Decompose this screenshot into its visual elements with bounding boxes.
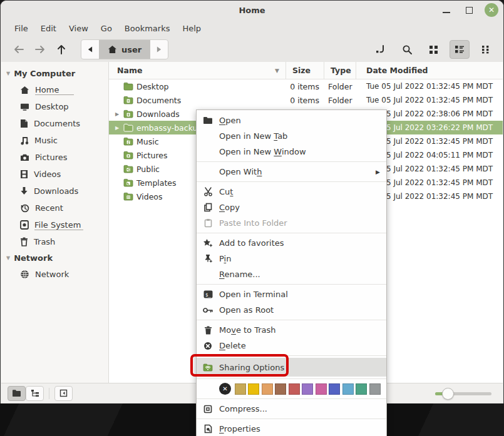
breadcrumb-prev-button[interactable] <box>81 40 99 59</box>
recent-icon <box>20 203 29 213</box>
sidebar-item-desktop[interactable]: Desktop <box>1 98 108 115</box>
video-icon <box>20 170 28 179</box>
chevron-left-icon <box>88 46 93 53</box>
window-controls: ✕ <box>440 1 498 19</box>
sidebar-item-network[interactable]: Network <box>1 266 108 283</box>
menu-item-cut[interactable]: Cut <box>197 184 386 200</box>
list-view-icon <box>455 45 465 54</box>
search-button[interactable] <box>397 40 417 59</box>
statusbar-divider <box>49 388 49 399</box>
back-button[interactable] <box>8 40 29 59</box>
close-button[interactable]: ✕ <box>485 3 498 17</box>
trash-icon <box>204 326 212 335</box>
toolbar: user <box>1 37 503 62</box>
sidebar-item-file-system[interactable]: File System <box>1 216 108 233</box>
menu-go[interactable]: Go <box>95 21 118 36</box>
section-label: My Computer <box>14 69 75 78</box>
folder-videos-icon <box>123 192 133 201</box>
menu-item-paste-into-folder[interactable]: Paste Into Folder <box>197 215 386 231</box>
key-icon <box>203 307 213 313</box>
menu-edit[interactable]: Edit <box>34 21 63 36</box>
folder-downloads-icon <box>123 109 133 118</box>
sidebar-item-label: Downloads <box>34 186 78 196</box>
color-swatch-orange[interactable] <box>262 383 273 395</box>
menu-item-open-in-terminal[interactable]: $_ Open in Terminal <box>197 286 386 302</box>
maximize-button[interactable] <box>462 3 476 17</box>
color-swatch-yellow[interactable] <box>248 383 259 395</box>
menu-item-rename[interactable]: Rename... <box>197 266 386 282</box>
color-swatch-teal[interactable] <box>356 383 367 395</box>
menu-item-add-to-favorites[interactable]: Add to favorites <box>197 235 386 251</box>
up-icon <box>56 44 66 55</box>
expander-icon[interactable]: ▶ <box>114 125 120 131</box>
delete-icon <box>203 342 212 350</box>
sidebar-item-home[interactable]: Home <box>1 81 108 98</box>
color-swatch-gray[interactable] <box>369 383 381 395</box>
column-header-size[interactable]: Size <box>286 62 324 79</box>
sidebar-item-recent[interactable]: Recent <box>1 200 108 216</box>
color-swatch-pink[interactable] <box>316 383 327 395</box>
menu-item-copy[interactable]: Copy <box>197 200 386 215</box>
menu-item-open-in-new-window[interactable]: Open in New Window <box>197 144 386 160</box>
file-row-documents[interactable]: Documents 0 items Folder Tue 05 Jul 2022… <box>109 93 503 107</box>
sidebar-item-pictures[interactable]: Pictures <box>1 149 108 166</box>
section-label: Network <box>14 253 53 263</box>
sidebar-item-music[interactable]: Music <box>1 132 108 149</box>
color-swatch-red[interactable] <box>289 383 300 395</box>
column-header-name[interactable]: Name ▼ <box>109 62 286 79</box>
sidebar-item-downloads[interactable]: Downloads <box>1 183 108 200</box>
titlebar[interactable]: Home ✕ <box>1 1 503 19</box>
column-header-date[interactable]: Date Modified <box>356 62 503 79</box>
menu-item-compress[interactable]: Compress... <box>197 401 386 417</box>
minimize-button[interactable] <box>440 3 453 17</box>
forward-icon <box>34 44 46 54</box>
file-row-desktop[interactable]: Desktop 0 items Folder Tue 05 Jul 2022 0… <box>109 79 503 93</box>
sidebar-section-my-computer[interactable]: ▼ My Computer <box>1 66 108 81</box>
menu-item-properties[interactable]: Properties <box>197 421 386 436</box>
slider-knob[interactable] <box>442 388 454 400</box>
color-swatch-blue[interactable] <box>329 383 340 395</box>
menu-help[interactable]: Help <box>176 21 207 36</box>
color-swatch-brown[interactable] <box>275 383 286 395</box>
expander-icon[interactable]: ▶ <box>114 111 120 117</box>
sidebar-item-videos[interactable]: Videos <box>1 166 108 183</box>
menu-view[interactable]: View <box>63 21 95 36</box>
compress-icon <box>203 405 212 413</box>
clear-color-button[interactable]: ✕ <box>219 383 231 395</box>
icon-view-button[interactable] <box>423 40 443 59</box>
sidebar-item-label: Trash <box>34 237 55 246</box>
places-folder-icon <box>12 389 21 397</box>
up-button[interactable] <box>51 40 72 59</box>
column-header-type[interactable]: Type <box>324 62 356 79</box>
sidebar-item-documents[interactable]: Documents <box>1 115 108 132</box>
menu-item-move-to-trash[interactable]: Move to Trash <box>197 322 386 338</box>
list-view-button[interactable] <box>450 40 470 59</box>
menu-item-sharing-options[interactable]: Sharing Options <box>197 358 386 377</box>
breadcrumb-current-label: user <box>121 45 141 54</box>
menu-item-open-as-root[interactable]: Open as Root <box>197 302 386 318</box>
folder-color-row: ✕ <box>197 381 386 397</box>
sidebar-item-trash[interactable]: Trash <box>1 233 108 250</box>
menu-item-pin[interactable]: Pin <box>197 251 386 266</box>
menu-item-open-with[interactable]: Open With ▶ <box>197 164 386 180</box>
forward-button[interactable] <box>29 40 51 59</box>
hide-sidebar-button[interactable] <box>54 386 73 401</box>
menu-item-open-in-new-tab[interactable]: Open in New Tab <box>197 128 386 144</box>
color-swatch-cyan[interactable] <box>342 383 354 395</box>
menu-item-open[interactable]: Open <box>197 113 386 128</box>
compact-view-button[interactable] <box>476 40 496 59</box>
hide-sidebar-icon <box>59 389 68 397</box>
show-treeview-button[interactable] <box>26 386 44 401</box>
menu-file[interactable]: File <box>8 21 34 36</box>
location-entry-button[interactable] <box>371 40 391 59</box>
show-places-button[interactable] <box>8 386 26 401</box>
sidebar-section-network[interactable]: ▼ Network <box>1 250 108 266</box>
menu-item-delete[interactable]: Delete <box>197 338 386 353</box>
color-swatch-purple[interactable] <box>302 383 313 395</box>
color-swatch-sand[interactable] <box>235 383 246 395</box>
breadcrumb-next-button[interactable] <box>150 40 168 59</box>
menu-bookmarks[interactable]: Bookmarks <box>118 21 177 36</box>
breadcrumb-current[interactable]: user <box>99 40 150 59</box>
treeview-icon <box>31 389 39 397</box>
zoom-slider[interactable] <box>435 388 491 398</box>
